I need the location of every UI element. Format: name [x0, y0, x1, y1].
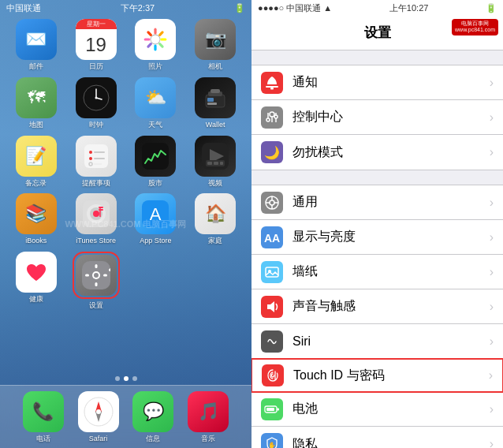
dock-phone[interactable]: 📞 电话	[23, 391, 64, 443]
svg-point-56	[96, 409, 101, 414]
settings-row-notification[interactable]: 通知 ›	[251, 65, 503, 100]
settings-row-touchid[interactable]: Touch ID 与密码 ›	[251, 358, 503, 393]
battery-icon	[261, 398, 283, 420]
app-ibooks[interactable]: 📚 iBooks	[8, 193, 65, 245]
app-weather[interactable]: ⛅ 天气	[128, 77, 184, 129]
dnd-chevron: ›	[490, 145, 494, 159]
svg-rect-39	[99, 209, 103, 211]
app-videos[interactable]: 视频	[187, 136, 244, 188]
battery-chevron: ›	[490, 402, 494, 416]
app-maps[interactable]: 🗺 地图	[8, 77, 65, 129]
svg-point-23	[89, 157, 92, 160]
settings-row-privacy[interactable]: ✋ 隐私 ›	[251, 427, 503, 448]
svg-point-9	[151, 35, 160, 43]
dot-3	[132, 376, 137, 381]
app-home[interactable]: 🏠 家庭	[187, 193, 244, 245]
notification-chevron: ›	[490, 76, 494, 90]
svg-rect-79	[266, 408, 274, 411]
settings-row-siri[interactable]: Siri ›	[251, 324, 503, 359]
dock: 📞 电话 Safari 💬 信息 🎵 音乐	[0, 385, 251, 448]
app-calendar[interactable]: 星期一 19 日历	[68, 19, 125, 71]
svg-rect-58	[270, 88, 274, 90]
app-grid: ✉️ 邮件 星期一 19 日历	[0, 16, 251, 313]
app-mail[interactable]: ✉️ 邮件	[8, 19, 65, 71]
settings-row-battery[interactable]: 电池 ›	[251, 392, 503, 427]
wallpaper-icon	[261, 261, 283, 283]
privacy-icon: ✋	[261, 433, 283, 448]
svg-rect-8	[147, 31, 153, 37]
app-health[interactable]: 健康	[8, 252, 65, 310]
general-label: 通用	[292, 194, 490, 211]
svg-marker-75	[267, 301, 274, 312]
display-chevron: ›	[490, 230, 494, 245]
svg-rect-50	[85, 274, 89, 277]
app-settings[interactable]: 设置	[68, 252, 125, 310]
app-wallet[interactable]: Wallet	[187, 77, 244, 129]
battery-right: 🔋	[486, 3, 497, 13]
svg-rect-27	[142, 143, 169, 170]
sound-chevron: ›	[490, 300, 494, 314]
svg-rect-3	[161, 38, 167, 40]
battery-left: 🔋	[234, 3, 245, 13]
dock-music[interactable]: 🎵 音乐	[188, 391, 229, 443]
settings-row-display[interactable]: AA 显示与亮度 ›	[251, 220, 503, 255]
svg-rect-47	[95, 264, 97, 268]
general-icon	[261, 192, 283, 214]
touchid-label: Touch ID 与密码	[293, 368, 489, 384]
siri-chevron: ›	[490, 334, 494, 349]
svg-point-21	[89, 151, 92, 154]
app-stocks[interactable]: 股市	[128, 136, 184, 188]
svg-text:✋: ✋	[268, 441, 276, 448]
app-photos[interactable]: 照片	[128, 19, 184, 71]
app-notes[interactable]: 📝 备忘录	[8, 136, 65, 188]
display-icon: AA	[261, 226, 283, 248]
settings-row-wallpaper[interactable]: 墙纸 ›	[251, 255, 503, 289]
settings-group-2: 通用 › AA 显示与亮度 › 墙纸 ›	[251, 185, 503, 448]
svg-rect-24	[94, 158, 105, 159]
page-dots	[0, 376, 251, 381]
svg-rect-33	[220, 162, 223, 165]
svg-rect-31	[207, 162, 212, 165]
svg-rect-73	[266, 267, 278, 277]
svg-rect-5	[155, 44, 157, 50]
notification-icon	[261, 72, 283, 94]
dock-safari[interactable]: Safari	[78, 391, 119, 443]
control-label: 控制中心	[292, 109, 490, 125]
svg-rect-18	[207, 98, 214, 102]
dock-messages[interactable]: 💬 信息	[132, 391, 173, 443]
time-right: 上午10:27	[389, 2, 429, 14]
privacy-label: 隐私	[292, 436, 490, 449]
status-bar-right: ●●●●○ 中国联通 ▲ 上午10:27 🔋	[251, 0, 503, 16]
settings-row-control[interactable]: 控制中心 ›	[251, 100, 503, 135]
control-chevron: ›	[490, 110, 494, 125]
nav-logo: 电脑百事网www.pc841.com	[452, 19, 498, 35]
settings-row-general[interactable]: 通用 ›	[251, 185, 503, 220]
settings-group-1: 通知 › 控制中心 ›	[251, 65, 503, 170]
settings-row-sound[interactable]: 声音与触感 ›	[251, 289, 503, 324]
siri-label: Siri	[292, 334, 490, 349]
app-reminders[interactable]: 提醒事项	[68, 136, 125, 188]
wallpaper-chevron: ›	[490, 265, 494, 279]
siri-icon	[261, 330, 283, 353]
app-camera[interactable]: 📷 相机	[187, 19, 244, 71]
app-clock[interactable]: 时钟	[68, 77, 125, 129]
svg-rect-38	[99, 207, 103, 208]
svg-rect-48	[95, 282, 97, 286]
svg-point-37	[93, 211, 99, 217]
app-itunes[interactable]: iTunes Store	[68, 193, 125, 245]
settings-row-dnd[interactable]: 🌙 勿扰模式 ›	[251, 135, 503, 170]
display-label: 显示与亮度	[292, 229, 490, 245]
svg-point-59	[270, 112, 274, 117]
time-left: 下午2:37	[121, 2, 155, 14]
svg-text:A: A	[150, 204, 162, 224]
touchid-chevron: ›	[489, 368, 493, 383]
svg-rect-17	[211, 89, 220, 93]
svg-rect-49	[103, 274, 107, 277]
dot-1	[115, 376, 120, 381]
app-appstore[interactable]: A App Store	[128, 193, 184, 245]
svg-point-14	[95, 96, 97, 99]
general-chevron: ›	[490, 196, 494, 210]
svg-rect-22	[94, 151, 105, 153]
nav-bar: 设置 电脑百事网www.pc841.com	[251, 16, 503, 50]
right-panel: ●●●●○ 中国联通 ▲ 上午10:27 🔋 设置 电脑百事网www.pc841…	[251, 0, 503, 448]
